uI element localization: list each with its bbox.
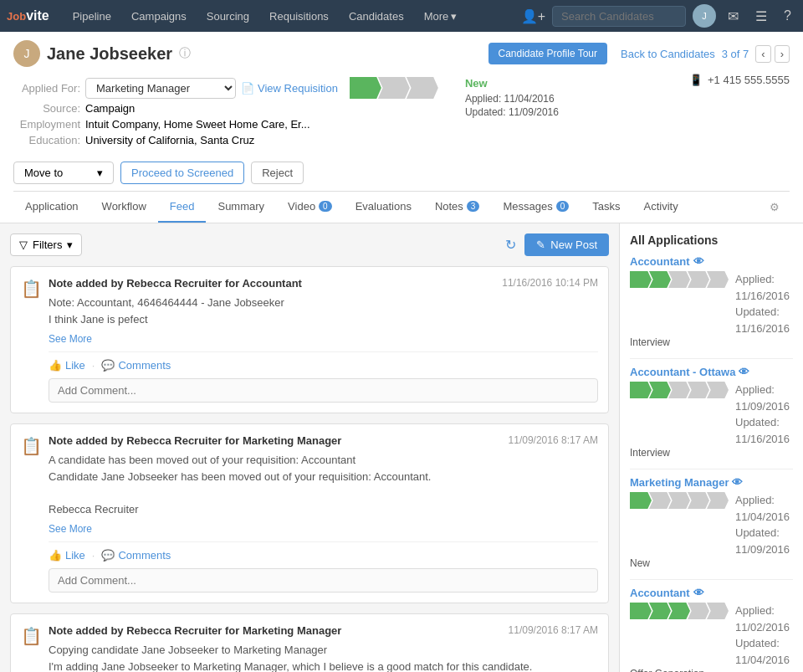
menu-icon[interactable]: ☰	[750, 8, 772, 24]
updated-date: Updated: 11/09/2016	[465, 106, 616, 118]
like-button[interactable]: 👍 Like	[49, 549, 85, 562]
info-left: Applied For: Marketing Manager 📄 View Re…	[13, 77, 438, 150]
new-post-button[interactable]: ✎ New Post	[524, 233, 609, 256]
help-icon[interactable]: ?	[779, 8, 796, 23]
tab-summary[interactable]: Summary	[206, 192, 276, 223]
like-button[interactable]: 👍 Like	[49, 359, 85, 372]
see-more-link[interactable]: See More	[49, 333, 92, 345]
back-to-candidates[interactable]: Back to Candidates 3 of 7 ‹ ›	[621, 45, 790, 63]
next-arrow[interactable]: ›	[775, 45, 790, 63]
education-label: Education:	[13, 134, 80, 146]
feed-item-header: Note added by Rebecca Recruiter for Mark…	[49, 434, 598, 447]
comment-input[interactable]	[49, 378, 598, 403]
tab-tasks[interactable]: Tasks	[581, 192, 632, 223]
separator: ·	[92, 359, 95, 372]
add-user-icon[interactable]: 👤+	[521, 8, 545, 24]
app-name-2[interactable]: Accountant - Ottawa 👁	[630, 366, 793, 378]
applied-for-select[interactable]: Marketing Manager	[85, 78, 236, 99]
nav-candidates[interactable]: Candidates	[339, 0, 414, 32]
separator: ·	[92, 549, 95, 562]
feed-item-title: Note added by Rebecca Recruiter for Mark…	[49, 434, 341, 447]
tab-activity[interactable]: Activity	[632, 192, 689, 223]
avatar[interactable]: J	[693, 4, 716, 28]
logo: Jobvite	[7, 8, 49, 23]
feed-item-body: Copying candidate Jane Jobseeker to Mark…	[49, 642, 598, 672]
tab-video[interactable]: Video 0	[276, 192, 344, 223]
nav-requisitions[interactable]: Requisitions	[259, 0, 339, 32]
feed-doc-icon: 📋	[21, 279, 42, 403]
proceed-screened-button[interactable]: Proceed to Screened	[120, 162, 244, 184]
app-dates-4: Applied: 11/02/2016 Updated: 11/04/2016	[735, 603, 793, 668]
app-name-1[interactable]: Accountant 👁	[630, 255, 793, 268]
step-1	[350, 77, 381, 99]
dropdown-arrow: ▾	[97, 167, 103, 179]
prev-arrow[interactable]: ‹	[755, 45, 770, 63]
nav-arrows: ‹ ›	[755, 45, 790, 63]
notes-badge: 3	[467, 201, 480, 212]
tab-workflow[interactable]: Workflow	[90, 192, 158, 223]
comment-input[interactable]	[49, 568, 598, 592]
search-input[interactable]	[552, 6, 686, 27]
move-to-button[interactable]: Move to ▾	[13, 162, 114, 184]
feed-item-date: 11/16/2016 10:14 PM	[502, 277, 598, 290]
feed-item-title: Note added by Rebecca Recruiter for Mark…	[49, 624, 341, 637]
refresh-icon[interactable]: ↻	[505, 237, 516, 253]
progress-arrows	[350, 77, 438, 99]
app-name-3[interactable]: Marketing Manager 👁	[630, 476, 793, 489]
step-2	[378, 77, 410, 99]
nav-campaigns[interactable]: Campaigns	[121, 0, 197, 32]
new-post-icon: ✎	[536, 239, 545, 251]
feed-toolbar: ▽ Filters ▾ ↻ ✎ New Post	[10, 233, 609, 256]
tab-messages[interactable]: Messages 0	[491, 192, 581, 223]
filter-button[interactable]: ▽ Filters ▾	[10, 233, 82, 256]
applied-for-row: Applied For: Marketing Manager 📄 View Re…	[13, 77, 438, 99]
mail-icon[interactable]: ✉	[723, 8, 744, 24]
tab-feed[interactable]: Feed	[158, 192, 207, 223]
status-label: New	[465, 77, 616, 90]
comment-icon: 💬	[101, 359, 115, 372]
sidebar-title: All Applications	[630, 233, 793, 247]
nav-pipeline[interactable]: Pipeline	[63, 0, 121, 32]
filter-chevron: ▾	[67, 239, 73, 251]
comments-button[interactable]: 💬 Comments	[101, 359, 171, 372]
app-status-4: Offer Generation	[630, 668, 793, 672]
employment-value: Intuit Company, Home Sweet Home Care, Er…	[85, 118, 310, 131]
tab-application[interactable]: Application	[13, 192, 90, 223]
info-icon[interactable]: ⓘ	[179, 46, 191, 61]
thumb-icon: 👍	[49, 549, 62, 562]
phone-section: 📱 +1 415 555.5555	[689, 74, 790, 93]
info-right: New Applied: 11/04/2016 Updated: 11/09/2…	[465, 77, 616, 150]
employment-label: Employment	[13, 118, 80, 131]
feed-item: 📋 Note added by Rebecca Recruiter for Ac…	[10, 266, 609, 413]
action-row: Move to ▾ Proceed to Screened Reject	[13, 155, 790, 191]
feed-item: 📋 Note added by Rebecca Recruiter for Ma…	[10, 613, 609, 672]
reject-button[interactable]: Reject	[251, 162, 304, 184]
app-dates-1: Applied: 11/16/2016 Updated: 11/16/2016	[735, 271, 793, 336]
app-name-4[interactable]: Accountant 👁	[630, 587, 793, 599]
divider	[630, 358, 793, 359]
comment-icon: 💬	[101, 549, 115, 562]
gear-icon[interactable]: ⚙	[760, 194, 790, 220]
video-badge: 0	[319, 201, 332, 212]
tab-notes[interactable]: Notes 3	[423, 192, 492, 223]
main-content: ▽ Filters ▾ ↻ ✎ New Post 📋 Note added by…	[0, 223, 803, 672]
employment-row: Employment Intuit Company, Home Sweet Ho…	[13, 118, 438, 131]
filter-icon: ▽	[19, 239, 28, 251]
all-applications-sidebar: All Applications Accountant 👁 Applied: 1…	[619, 223, 803, 672]
tour-button[interactable]: Candidate Profile Tour	[488, 43, 608, 64]
view-requisition-link[interactable]: 📄 View Requisition	[241, 82, 338, 95]
nav-sourcing[interactable]: Sourcing	[197, 0, 259, 32]
app-dates-3: Applied: 11/04/2016 Updated: 11/09/2016	[735, 492, 793, 557]
nav-more[interactable]: More ▾	[414, 0, 468, 32]
app-arrows-1	[630, 271, 729, 288]
divider	[630, 469, 793, 469]
tab-evaluations[interactable]: Evaluations	[344, 192, 423, 223]
candidate-name: Jane Jobseeker	[47, 44, 172, 64]
feed-item-body: A candidate has been moved out of your r…	[49, 452, 598, 517]
application-accountant-ottawa: Accountant - Ottawa 👁 Applied: 11/09/201…	[630, 366, 793, 459]
comments-button[interactable]: 💬 Comments	[101, 549, 171, 562]
thumb-icon: 👍	[49, 359, 62, 372]
feed-item-date: 11/09/2016 8:17 AM	[509, 434, 598, 447]
applied-date: Applied: 11/04/2016	[465, 93, 616, 105]
see-more-link[interactable]: See More	[49, 523, 92, 535]
